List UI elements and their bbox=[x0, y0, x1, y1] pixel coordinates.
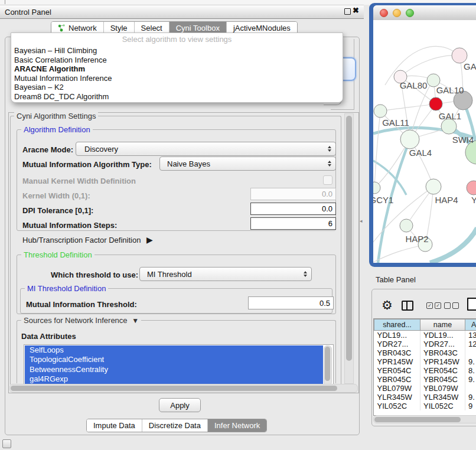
table-row[interactable]: YLR345WYLR345W9. bbox=[374, 393, 476, 402]
table-row[interactable]: YBR043CYBR043C bbox=[374, 348, 476, 357]
kernel-width-input[interactable]: 0.0 bbox=[250, 188, 336, 200]
combo-arrows-icon bbox=[328, 161, 331, 167]
deselect-all-checks-icon[interactable] bbox=[444, 302, 459, 309]
table-row[interactable]: YIL052CYIL052C9 bbox=[374, 402, 476, 410]
dropdown-item-mutual-information[interactable]: Mutual Information Inference bbox=[14, 74, 112, 83]
dropdown-item-bayesian-hill[interactable]: Bayesian – Hill Climbing bbox=[14, 46, 97, 56]
threshold-definition-title: Threshold Definition bbox=[21, 250, 94, 259]
node-hap2[interactable] bbox=[400, 219, 413, 232]
columns-icon[interactable] bbox=[402, 301, 413, 311]
svg-text:GCY1: GCY1 bbox=[373, 195, 393, 205]
settings-horizontal-scrollbar[interactable] bbox=[9, 384, 358, 393]
svg-text:GAL4: GAL4 bbox=[409, 148, 432, 158]
table-row[interactable]: YBL079WYBL079W bbox=[374, 384, 476, 393]
svg-text:HAP4: HAP4 bbox=[435, 195, 458, 205]
svg-text:HAP2: HAP2 bbox=[405, 234, 428, 244]
list-item[interactable]: gal4RGexp bbox=[25, 374, 323, 384]
kernel-width-label: Kernel Width (0,1): bbox=[22, 191, 90, 200]
which-threshold-label: Which threshold to use: bbox=[51, 270, 138, 279]
node-gal4[interactable] bbox=[400, 130, 419, 149]
control-panel-titlebar: Control Panel ✖ bbox=[0, 5, 364, 19]
dropdown-item-aracne[interactable]: ARACNE Algorithm bbox=[14, 64, 85, 74]
dock-grid-icon[interactable] bbox=[2, 439, 11, 448]
table-row[interactable]: YDL19...YDL19...13 bbox=[374, 331, 476, 340]
table-row[interactable]: YPR145WYPR145W9. bbox=[374, 357, 476, 366]
which-threshold-combobox[interactable]: MI Threshold bbox=[139, 267, 312, 281]
bottom-tabbar: Impute Data Discretize Data Infer Networ… bbox=[86, 419, 267, 432]
list-item[interactable]: SelfLoops bbox=[25, 345, 323, 355]
list-item[interactable]: BetweennessCentrality bbox=[25, 365, 323, 374]
table-panel-title: Table Panel bbox=[376, 275, 416, 284]
network-window-titlebar[interactable] bbox=[373, 5, 476, 21]
svg-text:GAL: GAL bbox=[464, 61, 476, 71]
table-row[interactable]: YBR045CYBR045C9. bbox=[374, 375, 476, 384]
tab-discretize-data[interactable]: Discretize Data bbox=[142, 419, 207, 432]
close-icon[interactable]: ✖ bbox=[353, 6, 359, 15]
network-canvas[interactable]: GAL GAL80 GAL10 GAL1 GAL11 SWI4 GAL4 GCY… bbox=[373, 20, 476, 263]
hub-definition-toggle[interactable]: Hub/Transcription Factor Definition ▶ bbox=[22, 235, 153, 244]
settings-vertical-scrollbar[interactable] bbox=[344, 113, 354, 384]
network-view-inner: GAL GAL80 GAL10 GAL1 GAL11 SWI4 GAL4 GCY… bbox=[373, 5, 476, 263]
mi-steps-label: Mutual Information Steps: bbox=[22, 221, 117, 230]
dropdown-item-dream8[interactable]: Dream8 DC_TDC Algorithm bbox=[14, 92, 109, 102]
network-view-window: GAL GAL80 GAL10 GAL1 GAL11 SWI4 GAL4 GCY… bbox=[369, 3, 476, 267]
file-icon[interactable] bbox=[467, 298, 476, 311]
tab-network-label: Network bbox=[69, 24, 97, 32]
screenshot-root: { "titlebar": { "title": "Control Panel"… bbox=[0, 0, 476, 450]
node-pink-right[interactable] bbox=[467, 181, 476, 195]
table-horizontal-scrollbar[interactable] bbox=[373, 415, 476, 423]
table-row[interactable]: YER054CYER054C8. bbox=[374, 366, 476, 375]
combo-arrows-icon bbox=[304, 271, 307, 277]
manual-kernel-checkbox[interactable] bbox=[323, 175, 332, 185]
mi-threshold-input[interactable]: 0.5 bbox=[248, 296, 334, 309]
minimize-traffic-light-icon[interactable] bbox=[393, 9, 401, 17]
node-table: shared... name A YDL19...YDL19...13 YDR2… bbox=[373, 318, 476, 416]
dropdown-placeholder: Select algorithm to view settings bbox=[11, 35, 343, 44]
tab-impute-data[interactable]: Impute Data bbox=[87, 419, 142, 432]
column-header-name[interactable]: name bbox=[420, 319, 465, 331]
node-selected-red[interactable] bbox=[429, 97, 442, 110]
float-window-icon[interactable] bbox=[344, 8, 351, 15]
splitpane-handle[interactable]: ◂ bbox=[360, 218, 363, 224]
column-header-cut[interactable]: A bbox=[465, 319, 476, 331]
mi-type-combobox[interactable]: Naive Bayes bbox=[159, 156, 336, 171]
table-header-row: shared... name A bbox=[374, 319, 476, 331]
dropdown-item-bayesian-k2[interactable]: Bayesian – K2 bbox=[14, 83, 64, 92]
cyni-settings-group-title: Cyni Algorithm Settings bbox=[14, 112, 98, 120]
svg-text:GAL80: GAL80 bbox=[400, 80, 428, 90]
list-vertical-scrollbar[interactable] bbox=[324, 345, 332, 386]
table-row[interactable]: YDR27...YDR27...12 bbox=[374, 340, 476, 348]
mi-type-label: Mutual Information Algorithm Type: bbox=[22, 160, 152, 169]
svg-text:GAL11: GAL11 bbox=[382, 118, 409, 128]
aracne-mode-combobox[interactable]: Discovery bbox=[76, 142, 336, 156]
hidden-group-border-bottom bbox=[331, 109, 354, 110]
collapsed-arrow-icon: ▶ bbox=[146, 235, 153, 244]
close-traffic-light-icon[interactable] bbox=[380, 9, 388, 17]
svg-text:GAL1: GAL1 bbox=[439, 111, 461, 121]
node-hap4[interactable] bbox=[426, 179, 441, 194]
column-header-shared[interactable]: shared... bbox=[374, 319, 420, 331]
zoom-traffic-light-icon[interactable] bbox=[406, 9, 414, 17]
node-gcy1[interactable] bbox=[373, 182, 380, 194]
list-item[interactable]: TopologicalCoefficient bbox=[25, 355, 323, 364]
algorithm-definition-title: Algorithm Definition bbox=[21, 125, 93, 134]
mi-threshold-group-title: MI Threshold Definition bbox=[25, 284, 108, 293]
mi-threshold-label: Mutual Information Threshold: bbox=[26, 300, 137, 309]
svg-text:Y: Y bbox=[471, 195, 476, 205]
dropdown-item-basic-correlation[interactable]: Basic Correlation Inference bbox=[14, 56, 107, 65]
algorithm-dropdown-popup: Select algorithm to view settings Bayesi… bbox=[11, 32, 343, 103]
aracne-mode-label: Aracne Mode: bbox=[22, 145, 73, 154]
dpi-tolerance-label: DPI Tolerance [0,1]: bbox=[22, 206, 93, 215]
tab-infer-network[interactable]: Infer Network bbox=[207, 419, 266, 432]
gear-icon[interactable]: ⚙ bbox=[382, 299, 393, 311]
apply-button[interactable]: Apply bbox=[159, 398, 201, 412]
node-gal11[interactable] bbox=[374, 105, 387, 118]
expanded-arrow-icon: ▼ bbox=[132, 317, 139, 325]
sources-group-title[interactable]: Sources for Network Inference ▼ bbox=[21, 316, 141, 325]
dpi-tolerance-input[interactable]: 0.0 bbox=[250, 203, 336, 215]
panel-title: Control Panel bbox=[5, 8, 51, 17]
data-attributes-list: SelfLoops TopologicalCoefficient Between… bbox=[24, 344, 334, 387]
select-all-checks-icon[interactable]: ✓✓ bbox=[426, 302, 441, 309]
manual-kernel-label: Manual Kernel Width Definition bbox=[22, 177, 136, 185]
mi-steps-input[interactable]: 6 bbox=[250, 217, 336, 230]
